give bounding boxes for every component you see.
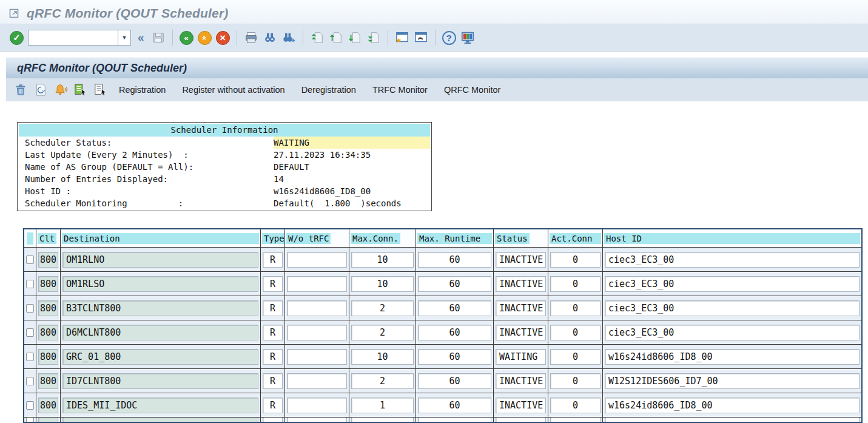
row-checkbox[interactable] — [26, 328, 34, 337]
cell-max-runtime: 60 — [416, 369, 494, 393]
enter-icon[interactable]: ✓ — [10, 31, 24, 45]
cell-type — [261, 418, 285, 422]
table-row: 800 B3TCLNT800 R 2 60 INACTIVE 0 ciec3_E… — [24, 296, 861, 320]
cell-host-id: ciec3_EC3_00 — [603, 296, 861, 320]
row-checkbox[interactable] — [26, 353, 34, 361]
cell-act-conn: 0 — [548, 369, 603, 393]
cell-clt: 800 — [36, 320, 61, 344]
help-icon[interactable]: ? — [442, 31, 456, 45]
header-status: Status — [494, 229, 548, 247]
cell-max-runtime — [416, 418, 494, 422]
page-up-icon[interactable] — [329, 30, 343, 45]
cell-clt: 800 — [36, 272, 61, 296]
details-with-selection-icon[interactable] — [73, 83, 88, 97]
cell-wo-trfc — [285, 393, 349, 417]
cell-selection — [24, 418, 36, 422]
table-row: 800 OM1RLNO R 10 60 INACTIVE 0 ciec3_EC3… — [24, 248, 861, 272]
row-checkbox[interactable] — [26, 280, 34, 288]
cell-selection — [24, 248, 36, 271]
header-max-conn: Max.Conn. — [349, 229, 416, 247]
deregistration-button[interactable]: Deregistration — [296, 83, 362, 97]
print-icon[interactable] — [244, 30, 258, 45]
cell-wo-trfc — [285, 369, 349, 393]
shortcut-icon[interactable] — [414, 30, 428, 45]
trfc-monitor-button[interactable]: TRFC Monitor — [367, 83, 433, 97]
cell-status: WAITING — [494, 345, 548, 368]
cell-wo-trfc — [285, 248, 349, 271]
delete-icon[interactable] — [13, 83, 28, 97]
new-session-icon[interactable] — [395, 30, 409, 45]
cell-type: R — [261, 320, 285, 344]
row-checkbox[interactable] — [26, 418, 34, 422]
select-all-marker[interactable] — [27, 232, 33, 245]
scheduler-information-rows: Scheduler Status: WAITING Last Update (E… — [19, 137, 430, 209]
table-row: 800 ID7CLNT800 R 2 60 INACTIVE 0 W12S12I… — [24, 369, 861, 393]
table-body: 800 OM1RLNO R 10 60 INACTIVE 0 ciec3_EC3… — [24, 248, 861, 422]
row-checkbox[interactable] — [26, 401, 34, 410]
cell-destination: D6MCLNT800 — [61, 320, 261, 344]
details-without-selection-icon[interactable] — [93, 83, 108, 97]
cell-clt: 800 — [36, 345, 61, 368]
alarm-icon[interactable] — [53, 83, 68, 97]
cell-host-id: ciec3_EC3_00 — [603, 272, 861, 296]
find-icon[interactable] — [263, 30, 277, 45]
find-next-icon[interactable] — [281, 30, 296, 45]
customize-layout-icon[interactable] — [460, 30, 475, 45]
scheduler-info-row: Last Update (Every 2 Minutes) : 27.11.20… — [19, 149, 430, 161]
scheduler-info-row: Number of Entries Displayed: 14 — [19, 173, 430, 185]
scheduler-info-row: Scheduler Status: WAITING — [19, 137, 430, 149]
command-field: ▼ — [28, 30, 131, 46]
registration-button[interactable]: Registration — [113, 83, 171, 97]
cell-type: R — [261, 296, 285, 320]
header-selection[interactable] — [24, 229, 36, 247]
cell-act-conn: 0 — [548, 320, 603, 344]
first-page-icon[interactable] — [310, 30, 325, 45]
register-without-activation-button[interactable]: Register without activation — [177, 83, 290, 97]
row-checkbox[interactable] — [26, 255, 34, 264]
command-input[interactable] — [28, 30, 118, 46]
row-checkbox[interactable] — [26, 377, 34, 385]
header-max-runtime: Max. Runtime — [416, 229, 494, 247]
cell-clt: 800 — [36, 393, 61, 417]
cell-clt — [36, 418, 61, 422]
last-page-icon[interactable] — [366, 30, 381, 45]
qrfc-monitor-button[interactable]: QRFC Monitor — [439, 83, 506, 97]
content-area: Scheduler Information Scheduler Status: … — [6, 122, 868, 423]
scheduler-info-row: Host ID : w16s24id8606_ID8_00 — [19, 185, 430, 197]
page-down-icon[interactable] — [348, 30, 362, 45]
cell-act-conn: 0 — [548, 248, 603, 271]
cell-host-id: W12S12IDES606_ID7_00 — [603, 369, 861, 393]
save-icon[interactable] — [151, 30, 166, 45]
cell-status: INACTIVE — [494, 248, 548, 271]
back-icon[interactable]: « — [180, 31, 193, 45]
cell-type: R — [261, 393, 285, 417]
cell-selection — [24, 272, 36, 296]
table-row: 800 IDES_MII_IDOC R 1 60 INACTIVE 0 w16s… — [24, 393, 861, 418]
toolbar-separator — [303, 30, 303, 46]
header-clt: Clt — [36, 229, 61, 247]
toolbar-separator — [172, 30, 173, 46]
collapse-toolbar-icon[interactable]: « — [135, 31, 147, 44]
command-dropdown-icon[interactable]: ▼ — [118, 30, 131, 46]
services-icon — [8, 7, 21, 19]
cell-max-runtime: 60 — [416, 320, 494, 344]
cancel-icon[interactable]: ✕ — [216, 31, 230, 45]
row-checkbox[interactable] — [26, 304, 34, 313]
cell-max-runtime: 60 — [416, 296, 494, 320]
cell-type: R — [261, 345, 285, 368]
exit-icon[interactable]: « — [198, 31, 212, 45]
cell-status: INACTIVE — [494, 272, 548, 296]
cell-clt: 800 — [36, 369, 61, 393]
scheduler-info-row: Scheduler Monitoring : Default( 1.800 )s… — [19, 197, 430, 209]
toolbar-separator — [237, 30, 237, 46]
table-row: 800 D6MCLNT800 R 2 60 INACTIVE 0 ciec3_E… — [24, 320, 861, 345]
refresh-icon[interactable] — [33, 83, 48, 97]
cell-selection — [24, 393, 36, 417]
cell-destination: OM1RLNO — [61, 248, 261, 271]
cell-status — [494, 418, 548, 422]
cell-destination: OM1RLSO — [61, 272, 261, 296]
cell-max-conn: 2 — [349, 320, 416, 344]
cell-max-conn: 2 — [349, 369, 416, 393]
window-titlebar: qRFC Monitor (QOUT Scheduler) — [0, 0, 868, 24]
cell-host-id: w16s24id8606_ID8_00 — [603, 345, 861, 368]
